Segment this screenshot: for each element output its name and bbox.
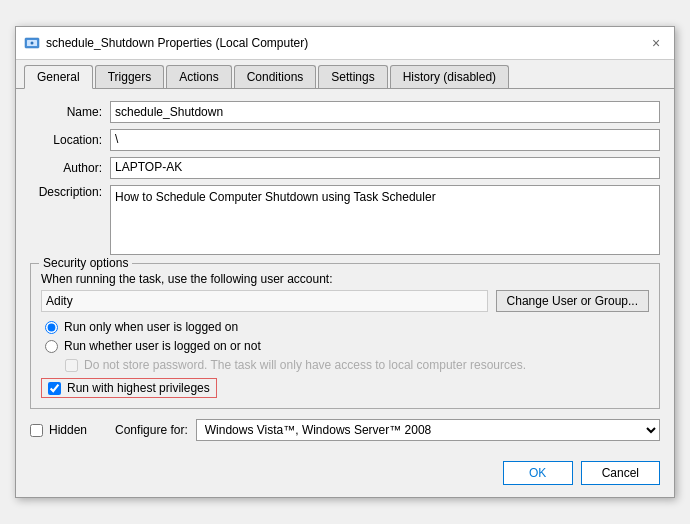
radio-logged-on-row: Run only when user is logged on <box>41 320 649 334</box>
description-row: Description: How to Schedule Computer Sh… <box>30 185 660 255</box>
run-highest-row: Run with highest privileges <box>41 378 217 398</box>
content-area: Name: Location: \ Author: LAPTOP-AK Desc… <box>16 89 674 453</box>
description-label: Description: <box>30 185 110 199</box>
cancel-button[interactable]: Cancel <box>581 461 660 485</box>
tab-triggers[interactable]: Triggers <box>95 65 165 88</box>
security-options-title: Security options <box>39 256 132 270</box>
tab-conditions[interactable]: Conditions <box>234 65 317 88</box>
description-input[interactable]: How to Schedule Computer Shutdown using … <box>110 185 660 255</box>
main-window: schedule_Shutdown Properties (Local Comp… <box>15 26 675 498</box>
user-account-row: Change User or Group... <box>41 290 649 312</box>
radio-whether-label: Run whether user is logged on or not <box>64 339 261 353</box>
window-title: schedule_Shutdown Properties (Local Comp… <box>46 36 308 50</box>
name-row: Name: <box>30 101 660 123</box>
location-value: \ <box>110 129 660 151</box>
no-store-password-row: Do not store password. The task will onl… <box>41 358 649 372</box>
svg-point-2 <box>31 42 34 45</box>
when-running-label: When running the task, use the following… <box>41 272 649 286</box>
run-highest-checkbox[interactable] <box>48 382 61 395</box>
title-icon <box>24 35 40 51</box>
change-user-button[interactable]: Change User or Group... <box>496 290 649 312</box>
hidden-label: Hidden <box>49 423 87 437</box>
run-highest-label: Run with highest privileges <box>67 381 210 395</box>
author-row: Author: LAPTOP-AK <box>30 157 660 179</box>
hidden-checkbox[interactable] <box>30 424 43 437</box>
radio-logged-on[interactable] <box>45 321 58 334</box>
configure-label: Configure for: <box>115 423 188 437</box>
title-bar-left: schedule_Shutdown Properties (Local Comp… <box>24 35 308 51</box>
footer-buttons: OK Cancel <box>16 453 674 497</box>
name-label: Name: <box>30 105 110 119</box>
tab-actions[interactable]: Actions <box>166 65 231 88</box>
security-options-group: Security options When running the task, … <box>30 263 660 409</box>
radio-logged-on-label: Run only when user is logged on <box>64 320 238 334</box>
name-input[interactable] <box>110 101 660 123</box>
no-store-password-checkbox[interactable] <box>65 359 78 372</box>
bottom-row: Hidden Configure for: Windows Vista™, Wi… <box>30 419 660 441</box>
location-row: Location: \ <box>30 129 660 151</box>
title-bar: schedule_Shutdown Properties (Local Comp… <box>16 27 674 60</box>
tabs-bar: General Triggers Actions Conditions Sett… <box>16 60 674 89</box>
radio-whether-row: Run whether user is logged on or not <box>41 339 649 353</box>
radio-whether[interactable] <box>45 340 58 353</box>
tab-settings[interactable]: Settings <box>318 65 387 88</box>
no-store-password-label: Do not store password. The task will onl… <box>84 358 526 372</box>
author-label: Author: <box>30 161 110 175</box>
configure-select[interactable]: Windows Vista™, Windows Server™ 2008Wind… <box>196 419 660 441</box>
ok-button[interactable]: OK <box>503 461 573 485</box>
run-highest-container: Run with highest privileges <box>41 378 649 398</box>
hidden-checkbox-row: Hidden <box>30 423 87 437</box>
tab-history[interactable]: History (disabled) <box>390 65 509 88</box>
location-label: Location: <box>30 133 110 147</box>
tab-general[interactable]: General <box>24 65 93 89</box>
close-button[interactable]: × <box>646 33 666 53</box>
user-account-input[interactable] <box>41 290 488 312</box>
author-value: LAPTOP-AK <box>110 157 660 179</box>
